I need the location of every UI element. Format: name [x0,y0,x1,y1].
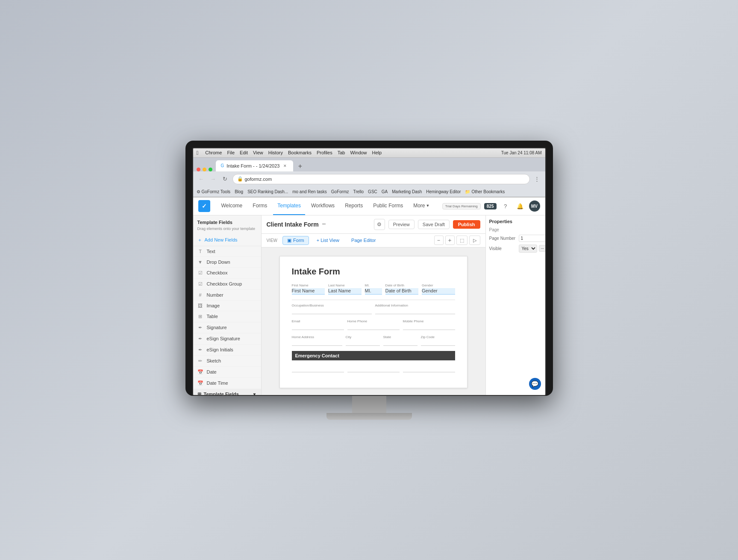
additional-info-value[interactable] [375,308,455,314]
minimize-window-button[interactable] [203,168,206,171]
menu-help[interactable]: Help [372,150,382,155]
bookmark-hemingway[interactable]: Hemingway Editor [426,189,461,194]
city-value[interactable] [346,340,380,346]
bookmark-trello[interactable]: Trello [353,189,364,194]
settings-button[interactable]: ⚙ [374,219,385,230]
browser-tab-active[interactable]: G Intake Form - - 1/24/2023 ✕ [216,160,294,171]
state-value[interactable] [383,340,418,346]
browser-toolbar: ← → ↻ 🔒 goformz.com ⋮ [193,171,545,187]
email-value[interactable] [292,324,344,330]
nav-templates[interactable]: Templates [273,197,305,215]
menu-view[interactable]: View [253,150,263,155]
home-address-value[interactable] [292,340,342,346]
sidebar-item-signature[interactable]: ✒ Signature [193,322,261,333]
nav-workflows[interactable]: Workflows [307,197,339,215]
emergency-phone-value[interactable] [347,366,400,372]
zoom-out-button[interactable]: － [434,236,444,245]
email-field: Email [292,319,344,330]
extensions-button[interactable]: ⋮ [532,174,542,184]
sidebar-item-image[interactable]: 🖼 Image [193,301,261,311]
emergency-row [292,364,455,372]
list-view-button[interactable]: + List View [312,236,344,244]
nav-public-forms[interactable]: Public Forms [369,197,407,215]
bookmark-other[interactable]: 📁 Other Bookmarks [465,189,505,194]
bookmark-goformz-tools[interactable]: ⚙ GoFormz Tools [197,189,231,194]
visible-options-button[interactable]: ··· [539,245,545,252]
nav-welcome[interactable]: Welcome [217,197,247,215]
forward-button[interactable]: → [209,174,218,184]
nav-more[interactable]: More ▼ [409,197,434,215]
user-avatar[interactable]: MV [529,200,540,212]
sidebar-item-datetime[interactable]: 📅 Date Time [193,378,261,389]
nav-reports[interactable]: Reports [341,197,367,215]
bookmark-marketing[interactable]: Marketing Dash [392,189,422,194]
home-phone-label: Home Phone [347,319,400,323]
tab-close-button[interactable]: ✕ [282,163,288,169]
help-button[interactable]: ? [500,200,511,212]
add-new-fields-button[interactable]: ＋ Add New Fields [193,234,261,246]
sidebar-item-table[interactable]: ⊞ Table [193,311,261,322]
menu-window[interactable]: Window [350,150,367,155]
sidebar-item-text[interactable]: T Text [193,246,261,257]
page-view-button[interactable]: ⬚ [456,236,467,245]
sidebar-item-number[interactable]: # Number [193,290,261,301]
form-tab-icon: ▣ [287,238,291,243]
save-draft-button[interactable]: Save Draft [418,220,450,229]
reload-button[interactable]: ↻ [221,174,230,184]
home-phone-value[interactable] [347,324,400,330]
chat-fab-button[interactable]: 💬 [529,378,541,390]
bookmark-mo-ren[interactable]: mo and Ren tasks [292,189,327,194]
menu-profiles[interactable]: Profiles [317,150,332,155]
bookmark-gsc[interactable]: GSC [368,189,377,194]
address-bar[interactable]: 🔒 goformz.com [232,174,530,184]
sidebar-item-esign-signature[interactable]: ✒ eSign Signature [193,333,261,345]
sidebar-item-checkbox-group[interactable]: ☑ Checkbox Group [193,279,261,290]
form-editor-header: Client Intake Form ✏ ⚙ Preview Save Draf… [262,215,485,234]
dob-value[interactable]: Date of Birth [385,288,419,295]
edit-title-icon[interactable]: ✏ [322,221,326,227]
visible-select[interactable]: Yes No [519,245,537,253]
menu-chrome[interactable]: Chrome [205,150,222,155]
zip-value[interactable] [421,340,455,346]
occupation-row: Occupation/Business Additional Informati… [292,304,455,314]
back-button[interactable]: ← [197,174,206,184]
menu-file[interactable]: File [227,150,235,155]
new-tab-button[interactable]: + [295,161,305,171]
maximize-window-button[interactable] [209,168,212,171]
gender-value[interactable]: Gender [422,288,455,295]
menu-bookmarks[interactable]: Bookmarks [288,150,312,155]
last-name-value[interactable]: Last Name [328,288,362,295]
sidebar-item-checkbox[interactable]: ☑ Checkbox [193,268,261,279]
template-fields-section[interactable]: ⊞ Template Fields ▼ [193,389,261,395]
sidebar-item-date[interactable]: 📅 Date [193,367,261,378]
bookmark-seo[interactable]: SEO Ranking Dash... [247,189,288,194]
menu-tab[interactable]: Tab [338,150,345,155]
menu-history[interactable]: History [268,150,283,155]
close-window-button[interactable] [197,168,200,171]
publish-button[interactable]: Publish [453,220,480,229]
scroll-view-button[interactable]: ▷ [469,236,480,245]
preview-button[interactable]: Preview [388,220,415,229]
zoom-in-button[interactable]: ＋ [445,236,455,245]
bookmark-ga[interactable]: GA [382,189,388,194]
occupation-value[interactable] [292,308,372,314]
page-number-input[interactable] [519,235,545,242]
sidebar-item-sketch[interactable]: ✏ Sketch [193,356,261,367]
menu-edit[interactable]: Edit [240,150,248,155]
emergency-rel-value[interactable] [403,366,455,372]
sidebar-item-dropdown[interactable]: ▼ Drop Down [193,257,261,268]
nav-forms[interactable]: Forms [248,197,271,215]
bookmark-blog[interactable]: Blog [235,189,243,194]
form-tab-button[interactable]: ▣ Form [282,236,309,245]
mi-value[interactable]: MI. [365,288,382,295]
page-editor-button[interactable]: Page Editor [347,236,380,244]
emergency-name-value[interactable] [292,366,344,372]
first-name-value[interactable]: First Name [292,288,325,295]
bookmark-goformz[interactable]: GoFormz [331,189,349,194]
mobile-phone-value[interactable] [403,324,455,330]
bookmark-label: GoFormz [331,189,349,194]
esign-signature-icon: ✒ [197,336,203,342]
notifications-button[interactable]: 🔔 [515,200,526,212]
app-logo[interactable]: ✓ [198,200,210,212]
sidebar-item-esign-initials[interactable]: ✒ eSign Initials [193,345,261,356]
